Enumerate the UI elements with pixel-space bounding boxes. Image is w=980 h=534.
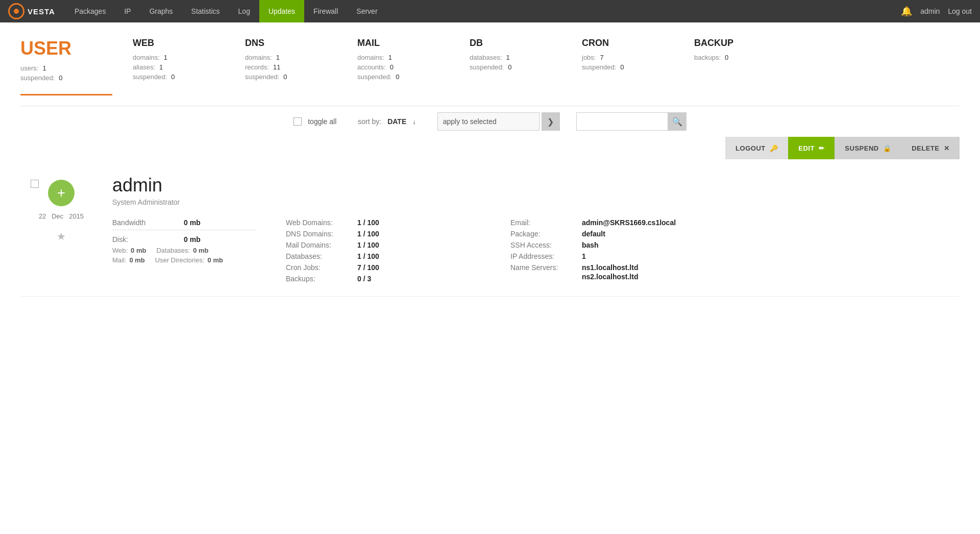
dns-suspended-row: suspended: 0 <box>245 73 327 81</box>
suspend-button[interactable]: SUSPEND 🔒 <box>835 137 901 159</box>
name-servers-list: ns1.localhost.ltd ns2.localhost.ltd <box>582 263 638 281</box>
package-label: Package: <box>510 230 577 238</box>
ip-value: 1 <box>582 252 586 260</box>
search-wrap: 🔍 <box>576 112 687 131</box>
user-users-value: 1 <box>42 64 46 72</box>
user-display-name: admin <box>112 175 960 196</box>
web-suspended-row: suspended: 0 <box>133 73 214 81</box>
stats-header: USER users: 1 suspended: 0 WEB domains: … <box>20 38 960 84</box>
domains-col: Web Domains: 1 / 100 DNS Domains: 1 / 10… <box>286 219 510 286</box>
dns-domains-label: DNS Domains: <box>286 230 352 238</box>
ssh-row: SSH Access: bash <box>510 241 960 249</box>
name-servers-label: Name Servers: <box>510 263 577 272</box>
backup-stats-section: BACKUP backups: 0 <box>694 38 776 84</box>
user-card-left: + 22 Dec 2015 ★ <box>20 175 102 286</box>
name-server-1: ns1.localhost.ltd <box>582 263 638 272</box>
cron-suspended-row: suspended: 0 <box>582 63 664 71</box>
databases-disk-value: 0 mb <box>193 247 208 254</box>
dns-section-title: DNS <box>245 38 327 48</box>
apply-go-button[interactable]: ❯ <box>542 112 560 131</box>
user-suspended-label: suspended: <box>20 74 55 82</box>
logo-inner <box>14 9 19 14</box>
user-dirs-value: 0 mb <box>208 256 223 264</box>
sort-value: DATE <box>387 117 406 126</box>
cron-jobs-row: jobs: 7 <box>582 54 664 61</box>
top-navigation: VESTA Packages IP Graphs Statistics Log … <box>0 0 980 22</box>
web-section-title: WEB <box>133 38 214 48</box>
db-suspended-row: suspended: 0 <box>470 63 551 71</box>
search-button[interactable]: 🔍 <box>668 112 687 131</box>
ssh-label: SSH Access: <box>510 241 577 249</box>
backup-section-title: BACKUP <box>694 38 776 48</box>
mail-domains-row: Mail Domains: 1 / 100 <box>286 241 510 249</box>
nav-statistics[interactable]: Statistics <box>182 0 229 22</box>
package-row: Package: default <box>510 230 960 238</box>
databases-disk-label: Databases: <box>156 247 190 254</box>
web-stats-section: WEB domains: 1 aliases: 1 suspended: 0 <box>133 38 214 84</box>
add-user-button[interactable]: + <box>48 180 75 206</box>
user-dirs-label: User Directories: <box>155 256 205 264</box>
close-icon: ✕ <box>944 144 950 152</box>
bandwidth-divider <box>112 230 255 230</box>
toggle-all-label[interactable]: toggle all <box>308 117 336 126</box>
user-suspended-row: suspended: 0 <box>20 74 102 82</box>
logo-text: VESTA <box>28 7 55 16</box>
user-users-label: users: <box>20 64 38 72</box>
date-month: Dec <box>52 212 63 220</box>
web-aliases-row: aliases: 1 <box>133 63 214 71</box>
nav-graphs[interactable]: Graphs <box>140 0 182 22</box>
user-card-main: admin System Administrator Bandwidth 0 m… <box>102 175 960 286</box>
mail-domains-row: domains: 1 <box>357 54 439 61</box>
logo[interactable]: VESTA <box>8 3 55 19</box>
user-section-title: USER <box>20 38 102 59</box>
logout-button[interactable]: LOGOUT 🔑 <box>725 137 788 159</box>
dns-domains-row: domains: 1 <box>245 54 327 61</box>
ip-row: IP Addresses: 1 <box>510 252 960 260</box>
toggle-all-checkbox[interactable] <box>293 117 302 126</box>
mail-domains-label: Mail Domains: <box>286 241 352 249</box>
db-stats-section: DB databases: 1 suspended: 0 <box>470 38 551 84</box>
star-icon[interactable]: ★ <box>57 230 66 242</box>
edit-button[interactable]: EDIT ✏ <box>788 137 835 159</box>
backups-row: Backups: 0 / 3 <box>286 275 510 283</box>
logout-link[interactable]: Log out <box>948 7 972 15</box>
mail-section-title: MAIL <box>357 38 439 48</box>
delete-text: DELETE <box>912 144 939 152</box>
mail-stats-section: MAIL domains: 1 accounts: 0 suspended: 0 <box>357 38 439 84</box>
pencil-icon: ✏ <box>819 144 825 152</box>
databases2-row: Databases: 1 / 100 <box>286 252 510 260</box>
nav-server[interactable]: Server <box>347 0 386 22</box>
nav-ip[interactable]: IP <box>115 0 140 22</box>
search-icon: 🔍 <box>672 117 682 127</box>
web-disk-label: Web: <box>112 247 128 254</box>
mail-suspended-row: suspended: 0 <box>357 73 439 81</box>
sort-arrow-icon[interactable]: ↓ <box>412 118 416 126</box>
lock-icon: 🔒 <box>883 144 892 152</box>
user-card-checkbox[interactable] <box>31 180 39 188</box>
delete-button[interactable]: DELETE ✕ <box>901 137 960 159</box>
user-section-divider <box>20 94 112 95</box>
notification-bell-icon[interactable]: 🔔 <box>901 6 912 17</box>
ip-label: IP Addresses: <box>510 252 577 260</box>
logout-text: LOGOUT <box>736 144 766 152</box>
main-content: USER users: 1 suspended: 0 WEB domains: … <box>0 22 980 307</box>
name-servers-row: Name Servers: ns1.localhost.ltd ns2.loca… <box>510 263 960 281</box>
web-domains-row: Web Domains: 1 / 100 <box>286 219 510 227</box>
apply-to-selected-wrap: apply to selected ❯ <box>437 112 560 131</box>
disk-row: Disk: 0 mb <box>112 235 286 244</box>
cron-jobs-value: 7 / 100 <box>357 263 379 272</box>
dns-domains-value: 1 / 100 <box>357 230 379 238</box>
email-label: Email: <box>510 219 577 227</box>
cron-stats-section: CRON jobs: 7 suspended: 0 <box>582 38 664 84</box>
apply-to-selected-dropdown[interactable]: apply to selected <box>437 112 540 131</box>
mail-accounts-row: accounts: 0 <box>357 63 439 71</box>
search-input[interactable] <box>576 112 668 131</box>
user-suspended-value: 0 <box>59 74 62 82</box>
controls-left: toggle all sort by: DATE ↓ apply to sele… <box>20 112 960 131</box>
nav-log[interactable]: Log <box>229 0 259 22</box>
nav-updates[interactable]: Updates <box>259 0 304 22</box>
databases2-label: Databases: <box>286 252 352 260</box>
nav-packages[interactable]: Packages <box>65 0 115 22</box>
nav-firewall[interactable]: Firewall <box>304 0 347 22</box>
web-disk-value: 0 mb <box>131 247 146 254</box>
